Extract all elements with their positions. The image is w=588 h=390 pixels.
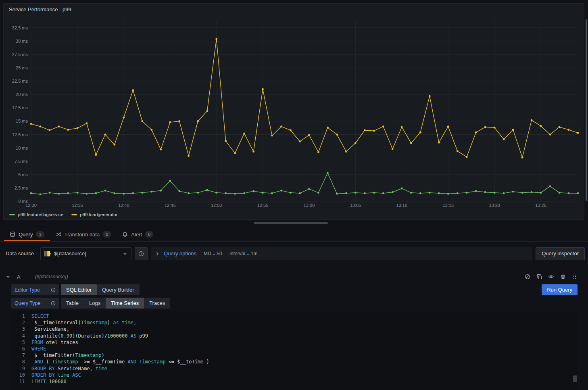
line-number: 8	[11, 359, 31, 365]
clickhouse-bars-icon	[44, 250, 51, 257]
datasource-help-button[interactable]	[135, 247, 148, 260]
code-text: GROUP BY ServiceName, time	[31, 365, 107, 372]
code-line[interactable]: 4 quantile(0.99)(Duration)/1000000 AS p9…	[11, 333, 578, 339]
query-type-switch: Table Logs Time Series Traces	[61, 298, 170, 309]
line-number: 6	[11, 346, 31, 352]
tab-label: Query	[19, 231, 33, 238]
svg-text:12:40: 12:40	[118, 203, 129, 208]
tab-badge: 1	[36, 231, 44, 238]
info-icon[interactable]	[51, 301, 56, 306]
svg-text:10 ms: 10 ms	[16, 146, 28, 150]
disable-query-icon[interactable]	[525, 274, 530, 279]
query-options-toggle[interactable]: Query options	[164, 250, 196, 257]
legend-item-featureflagservice[interactable]: p99 featureflagservice	[9, 212, 63, 217]
editor-type-row: Editor Type SQL Editor Query Builder Run…	[11, 284, 578, 295]
editor-overview-ruler-thumb[interactable]	[573, 375, 577, 382]
svg-text:13:15: 13:15	[442, 203, 454, 208]
duplicate-query-icon[interactable]	[536, 274, 542, 279]
code-line[interactable]: 5FROM otel_traces	[11, 339, 578, 346]
editor-tabs: Query 1 Transform data 0 Alert 0	[0, 228, 588, 242]
interval-stat: Interval = 1m	[229, 251, 258, 257]
tab-transform-data[interactable]: Transform data 0	[50, 228, 117, 241]
delete-query-icon[interactable]	[560, 274, 566, 279]
svg-text:30 ms: 30 ms	[16, 39, 28, 44]
vertical-scrollbar-thumb[interactable]	[586, 19, 587, 201]
line-number: 3	[11, 326, 31, 332]
panel-title: Service Performance - p99	[9, 6, 71, 13]
line-number: 11	[11, 378, 31, 385]
database-icon	[10, 231, 15, 237]
svg-text:32.5 ms: 32.5 ms	[12, 25, 28, 30]
svg-text:17.5 ms: 17.5 ms	[12, 105, 28, 110]
code-text: WHERE	[31, 346, 46, 352]
query-type-logs[interactable]: Logs	[84, 298, 106, 309]
datasource-label: Data source	[3, 250, 37, 257]
legend-item-loadgenerator[interactable]: p99 loadgenerator	[71, 212, 117, 217]
svg-text:5 ms: 5 ms	[18, 172, 28, 177]
svg-text:25 ms: 25 ms	[16, 65, 28, 70]
run-query-button[interactable]: Run Query	[542, 284, 578, 295]
collapse-chevron-down-icon[interactable]	[6, 274, 10, 279]
svg-text:13:10: 13:10	[396, 203, 408, 208]
code-line[interactable]: 2 $__timeInterval(Timestamp) as time,	[11, 319, 578, 326]
chart-legend: p99 featureflagservice p99 loadgenerator	[9, 212, 118, 217]
query-type-time-series[interactable]: Time Series	[106, 298, 144, 309]
query-inspector-button[interactable]: Query inspector	[536, 247, 585, 260]
code-line[interactable]: 9GROUP BY ServiceName, time	[11, 365, 578, 372]
query-row-header[interactable]: A (${datasource})	[6, 271, 583, 282]
svg-text:12:30: 12:30	[25, 203, 37, 208]
query-type-table[interactable]: Table	[61, 298, 84, 309]
tab-badge: 0	[103, 231, 111, 238]
svg-text:12:45: 12:45	[165, 203, 176, 208]
code-line[interactable]: 8 AND ( Timestamp >= $__fromTime AND Tim…	[11, 359, 578, 365]
line-number: 7	[11, 352, 31, 359]
tab-badge: 0	[145, 231, 153, 238]
code-line[interactable]: 10ORDER BY time ASC	[11, 372, 578, 378]
code-line[interactable]: 11LIMIT 100000	[11, 378, 578, 385]
drag-handle-icon[interactable]	[572, 274, 578, 279]
bell-icon	[122, 231, 128, 237]
code-line[interactable]: 6WHERE	[11, 346, 578, 352]
editor-type-label: Editor Type	[11, 284, 59, 295]
series-label: p99 featureflagservice	[18, 212, 63, 217]
svg-text:7.5 ms: 7.5 ms	[15, 159, 28, 164]
chevron-down-icon	[123, 251, 127, 256]
code-lines: 1SELECT2 $__timeInterval(Timestamp) as t…	[11, 313, 578, 385]
editor-type-sql-editor[interactable]: SQL Editor	[61, 284, 97, 295]
line-number: 2	[11, 319, 31, 326]
sql-code-editor[interactable]: 1SELECT2 $__timeInterval(Timestamp) as t…	[11, 311, 578, 390]
code-text: LIMIT 100000	[31, 378, 67, 385]
line-number: 4	[11, 333, 31, 339]
tab-label: Transform data	[65, 231, 100, 238]
code-text: $__timeFilter(Timestamp)	[31, 352, 104, 359]
shuffle-icon	[56, 231, 61, 237]
editor-type-query-builder[interactable]: Query Builder	[97, 284, 139, 295]
svg-text:15 ms: 15 ms	[16, 119, 28, 123]
query-datasource-hint: (${datasource})	[35, 274, 68, 279]
query-options-bar: Query options MD = 50 Interval = 1m	[151, 247, 532, 260]
tab-alert[interactable]: Alert 0	[117, 228, 159, 241]
tab-label: Alert	[131, 231, 142, 238]
svg-text:12.5 ms: 12.5 ms	[12, 132, 28, 137]
datasource-picker[interactable]: ${datasource}	[40, 247, 131, 260]
query-type-row: Query Type Table Logs Time Series Traces	[11, 298, 578, 309]
horizontal-scrollbar-thumb[interactable]	[254, 222, 328, 224]
svg-text:12:50: 12:50	[211, 203, 222, 208]
svg-text:13:20: 13:20	[489, 203, 500, 208]
timeseries-panel: Service Performance - p99 0 ms2.5 ms5 ms…	[3, 3, 584, 220]
svg-text:13:25: 13:25	[535, 203, 546, 208]
chevron-right-icon[interactable]	[155, 251, 160, 256]
code-line[interactable]: 3 ServiceName,	[11, 326, 578, 332]
query-type-traces[interactable]: Traces	[144, 298, 170, 309]
code-line[interactable]: 7 $__timeFilter(Timestamp)	[11, 352, 578, 359]
info-icon	[138, 251, 144, 257]
toggle-visibility-icon[interactable]	[548, 274, 554, 279]
info-icon[interactable]	[51, 288, 56, 292]
timeseries-chart[interactable]: 0 ms2.5 ms5 ms7.5 ms10 ms12.5 ms15 ms17.…	[6, 14, 581, 210]
code-text: AND ( Timestamp >= $__fromTime AND Times…	[31, 359, 209, 365]
tab-query[interactable]: Query 1	[4, 228, 50, 241]
query-type-label: Query Type	[11, 298, 59, 309]
line-number: 5	[11, 339, 31, 346]
code-line[interactable]: 1SELECT	[11, 313, 578, 319]
code-text: ORDER BY time ASC	[31, 372, 81, 378]
